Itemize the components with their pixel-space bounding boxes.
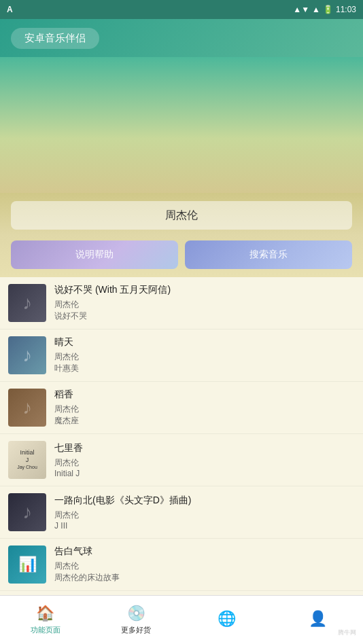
list-item[interactable]: ♪ 一路向北(电影《头文字D》插曲) 周杰伦 J III: [0, 486, 363, 539]
main-content: 说明帮助 搜索音乐 ♪ 说好不哭 (With 五月天阿信) 周杰伦 说好不哭 ♪…: [0, 193, 363, 603]
song-artist: 周杰伦: [54, 299, 355, 310]
song-thumbnail: InitialJJay Chou: [8, 441, 46, 479]
nav-label-home: 功能页面: [31, 625, 60, 635]
song-title: 告白气球: [54, 545, 355, 558]
music-bars-icon: 📊: [18, 556, 37, 573]
search-input[interactable]: [11, 201, 352, 230]
song-list: ♪ 说好不哭 (With 五月天阿信) 周杰伦 说好不哭 ♪ 晴天 周杰伦 叶惠…: [0, 277, 363, 603]
song-album: Initial J: [54, 469, 355, 478]
song-album: 说好不哭: [54, 310, 355, 322]
nav-item-home[interactable]: 🏠 功能页面: [0, 599, 91, 641]
song-artist: 周杰伦: [54, 509, 355, 521]
song-artist: 周杰伦: [54, 457, 355, 469]
status-bar: A ▲▼ ▲ 🔋 11:03: [0, 0, 363, 19]
help-button[interactable]: 说明帮助: [11, 240, 178, 269]
disc-icon: 💿: [127, 605, 145, 622]
list-item[interactable]: ♪ 晴天 周杰伦 叶惠美: [0, 329, 363, 382]
song-title: 说好不哭 (With 五月天阿信): [54, 284, 355, 296]
song-thumbnail: ♪: [8, 493, 46, 531]
song-title: 晴天: [54, 336, 355, 348]
song-thumbnail: ♪: [8, 389, 46, 427]
song-info: 晴天 周杰伦 叶惠美: [54, 336, 355, 374]
song-artist: 周杰伦: [54, 560, 355, 572]
app-title: 安卓音乐伴侣: [11, 28, 99, 49]
time-display: 11:03: [336, 5, 356, 14]
nav-label-more: 更多好货: [121, 625, 151, 635]
home-icon: 🏠: [36, 605, 54, 622]
bottom-navigation: 🏠 功能页面 💿 更多好货 🌐 👤: [0, 595, 363, 644]
thumb-text: InitialJJay Chou: [16, 448, 39, 472]
list-item[interactable]: 📊 告白气球 周杰伦 周杰伦的床边故事: [0, 539, 363, 591]
status-icons: ▲▼ ▲ 🔋 11:03: [293, 5, 356, 14]
signal-icon: ▲▼: [293, 5, 309, 14]
song-info: 一路向北(电影《头文字D》插曲) 周杰伦 J III: [54, 495, 355, 531]
song-album: 叶惠美: [54, 363, 355, 374]
song-info: 告白气球 周杰伦 周杰伦的床边故事: [54, 545, 355, 584]
song-thumbnail: ♪: [8, 284, 46, 322]
search-container: [0, 193, 363, 235]
song-artist: 周杰伦: [54, 404, 355, 415]
globe-icon: 🌐: [218, 610, 236, 628]
watermark: 腾牛网: [338, 628, 356, 637]
list-item[interactable]: ♪ 稻香 周杰伦 魔杰座: [0, 382, 363, 434]
song-info: 稻香 周杰伦 魔杰座: [54, 389, 355, 427]
list-item[interactable]: ♪ 说好不哭 (With 五月天阿信) 周杰伦 说好不哭: [0, 277, 363, 329]
song-album: J III: [54, 521, 355, 531]
person-icon: 👤: [309, 610, 327, 628]
hero-area: [0, 57, 363, 193]
app-header: 安卓音乐伴侣: [0, 19, 363, 57]
song-artist: 周杰伦: [54, 351, 355, 363]
song-title: 一路向北(电影《头文字D》插曲): [54, 495, 355, 507]
wifi-icon: ▲: [312, 5, 320, 14]
song-album: 周杰伦的床边故事: [54, 572, 355, 584]
app-indicator: A: [7, 5, 13, 14]
song-title: 稻香: [54, 389, 355, 401]
song-title: 七里香: [54, 442, 355, 454]
song-thumbnail: ♪: [8, 336, 46, 374]
song-thumbnail: 📊: [8, 545, 46, 584]
nav-item-more[interactable]: 💿 更多好货: [91, 599, 182, 641]
nav-item-global[interactable]: 🌐: [182, 605, 273, 636]
song-album: 魔杰座: [54, 415, 355, 427]
song-info: 七里香 周杰伦 Initial J: [54, 442, 355, 478]
search-button[interactable]: 搜索音乐: [185, 240, 352, 269]
list-item[interactable]: InitialJJay Chou 七里香 周杰伦 Initial J: [0, 434, 363, 486]
battery-icon: 🔋: [323, 5, 333, 14]
action-buttons: 说明帮助 搜索音乐: [0, 235, 363, 277]
song-info: 说好不哭 (With 五月天阿信) 周杰伦 说好不哭: [54, 284, 355, 322]
